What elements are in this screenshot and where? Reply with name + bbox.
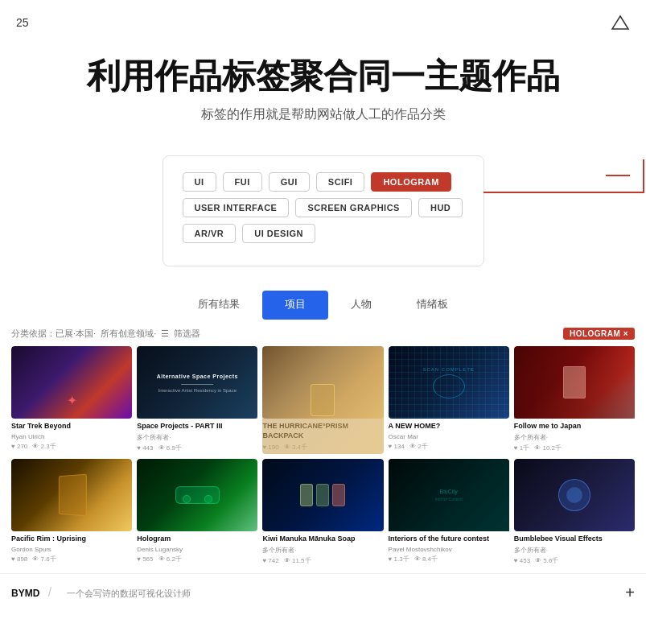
item-author-9: Pavel Mostovshchikov xyxy=(389,546,509,553)
item-meta-4: A NEW HOME? Oscar Mar ♥ 134 👁 2千 xyxy=(389,419,509,452)
thumb-8 xyxy=(262,459,383,531)
views-9: 👁 8.4千 xyxy=(414,555,438,564)
hero-subtitle: 标签的作用就是帮助网站做人工的作品分类 xyxy=(16,106,630,123)
tags-container: UI FUI GUI SCIFI HOLOGRAM USER INTERFACE… xyxy=(163,155,484,266)
tag-ui-design[interactable]: UI DESIGN xyxy=(242,224,315,243)
hologram-active-badge[interactable]: HOLOGRAM × xyxy=(563,328,635,340)
hero-title: 利用作品标签聚合同一主题作品 xyxy=(16,56,630,97)
views-8: 👁 11.5千 xyxy=(284,556,311,565)
item-title-6: Pacific Rim : Uprising xyxy=(11,535,132,544)
item-stats-6: ♥ 898 👁 7.6千 xyxy=(11,555,132,564)
footer-left: BYMD / 一个会写诗的数据可视化设计师 xyxy=(11,585,191,600)
tag-user-interface[interactable]: USER INTERFACE xyxy=(183,198,290,217)
tags-row-2: USER INTERFACE SCREEN GRAPHICS HUD xyxy=(183,198,464,217)
hero-section: 利用作品标签聚合同一主题作品 标签的作用就是帮助网站做人工的作品分类 xyxy=(0,32,646,139)
gallery-item-10[interactable]: Bumblebee Visual Effects 多个所有者· ♥ 453 👁 … xyxy=(514,459,635,567)
filter-icon: ☰ xyxy=(161,328,169,339)
footer-brand: BYMD xyxy=(11,588,39,599)
tag-ui[interactable]: UI xyxy=(183,172,216,192)
tab-all-results[interactable]: 所有结果 xyxy=(175,291,262,320)
likes-6: ♥ 898 xyxy=(11,555,27,563)
item-author-4: Oscar Mar xyxy=(389,433,509,440)
tag-gui[interactable]: GUI xyxy=(269,172,310,192)
tag-hud[interactable]: HUD xyxy=(418,198,463,217)
gallery-item-5[interactable]: Follow me to Japan 多个所有者· ♥ 1千 👁 10.2千 xyxy=(514,346,635,454)
tag-scifi[interactable]: SCIFI xyxy=(316,172,365,192)
footer-plus-button[interactable]: + xyxy=(625,584,635,602)
likes-4: ♥ 134 xyxy=(389,443,405,450)
views-7: 👁 6.2千 xyxy=(158,555,182,564)
item-title-4: A NEW HOME? xyxy=(389,422,509,431)
filter-text1: 分类依据：已展·本国· xyxy=(11,328,96,340)
footer-tagline: 一个会写诗的数据可视化设计师 xyxy=(67,588,191,598)
tags-row-3: AR/VR UI DESIGN xyxy=(183,224,464,243)
tag-screen-graphics[interactable]: SCREEN GRAPHICS xyxy=(295,198,411,217)
tag-arvr[interactable]: AR/VR xyxy=(183,224,237,243)
views-6: 👁 7.6千 xyxy=(32,555,56,564)
item-author-10: 多个所有者· xyxy=(514,546,635,555)
thumb-6 xyxy=(11,459,132,531)
thumb-9: BluCity Interior Contest xyxy=(389,459,509,531)
item-title-8: Kiwi Manuka Mānuka Soap xyxy=(262,535,383,544)
item-author-5: 多个所有者· xyxy=(514,433,635,442)
item-author-7: Denis Lugansky xyxy=(137,546,257,553)
item-meta-2: Space Projects - PART III 多个所有者· ♥ 443 👁… xyxy=(137,419,257,454)
gallery-row-2: Pacific Rim : Uprising Gordon Spurs ♥ 89… xyxy=(0,459,646,567)
item-stats-9: ♥ 1.3千 👁 8.4千 xyxy=(389,555,509,564)
likes-7: ♥ 565 xyxy=(137,555,153,563)
thumb-1: ✦ xyxy=(11,346,132,419)
item-title-9: Interiors of the future contest xyxy=(389,535,509,544)
footer-bar: BYMD / 一个会写诗的数据可视化设计师 + xyxy=(0,573,646,612)
item-stats-2: ♥ 443 👁 6.9千 xyxy=(137,444,257,452)
filter-text3: 筛选器 xyxy=(174,328,200,340)
item-author-8: 多个所有者· xyxy=(262,546,383,555)
item-meta-6: Pacific Rim : Uprising Gordon Spurs ♥ 89… xyxy=(11,531,132,565)
item-meta-9: Interiors of the future contest Pavel Mo… xyxy=(389,531,509,565)
item-stats-8: ♥ 742 👁 11.5千 xyxy=(262,556,383,565)
thumb-7 xyxy=(137,459,257,531)
item-meta-10: Bumblebee Visual Effects 多个所有者· ♥ 453 👁 … xyxy=(514,531,635,567)
gallery-row-1: ✦ Star Trek Beyond Ryan Ulrich ♥ 270 👁 2… xyxy=(0,346,646,454)
tag-fui[interactable]: FUI xyxy=(223,172,262,192)
item-author-2: 多个所有者· xyxy=(137,433,257,442)
item-meta-7: Hologram Denis Lugansky ♥ 565 👁 6.2千 xyxy=(137,531,257,565)
gallery-item-8[interactable]: Kiwi Manuka Mānuka Soap 多个所有者· ♥ 742 👁 1… xyxy=(262,459,383,567)
gallery-item-2[interactable]: Alternative Space Projects Interactive A… xyxy=(137,346,257,454)
gallery-item-6[interactable]: Pacific Rim : Uprising Gordon Spurs ♥ 89… xyxy=(11,459,132,567)
item-stats-7: ♥ 565 👁 6.2千 xyxy=(137,555,257,564)
item-stats-5: ♥ 1千 👁 10.2千 xyxy=(514,444,635,452)
logo-icon xyxy=(611,13,630,32)
svg-marker-0 xyxy=(612,16,628,29)
item-stats-10: ♥ 453 👁 5.6千 xyxy=(514,556,635,565)
item-title-2: Space Projects - PART III xyxy=(137,422,257,431)
item-title-5: Follow me to Japan xyxy=(514,422,635,431)
filter-text2: 所有创意领域· xyxy=(101,328,156,340)
item-meta-5: Follow me to Japan 多个所有者· ♥ 1千 👁 10.2千 xyxy=(514,419,635,454)
filter-info-bar: 分类依据：已展·本国· 所有创意领域· ☰ 筛选器 HOLOGRAM × xyxy=(0,328,646,340)
gallery-item-7[interactable]: Hologram Denis Lugansky ♥ 565 👁 6.2千 xyxy=(137,459,257,567)
thumb-2: Alternative Space Projects Interactive A… xyxy=(137,346,257,419)
likes-9: ♥ 1.3千 xyxy=(389,555,409,564)
connector-line xyxy=(483,192,644,193)
gallery-item-4[interactable]: SCAN COMPLETE A NEW HOME? Oscar Mar ♥ 13… xyxy=(389,346,509,454)
item-stats-4: ♥ 134 👁 2千 xyxy=(389,442,509,451)
views-5: 👁 10.2千 xyxy=(534,444,562,452)
gallery-item-3[interactable]: THE HURRICANE°PRISM BACKPACK ♥ 190 👁 3.4… xyxy=(262,346,383,454)
thumb-4: SCAN COMPLETE xyxy=(389,346,509,419)
gallery-item-9[interactable]: BluCity Interior Contest Interiors of th… xyxy=(389,459,509,567)
tab-moodboard[interactable]: 情绪板 xyxy=(394,291,471,320)
thumb-10 xyxy=(514,459,635,531)
tab-projects[interactable]: 项目 xyxy=(262,291,328,320)
tags-row-1: UI FUI GUI SCIFI HOLOGRAM xyxy=(183,172,464,192)
views-10: 👁 5.6千 xyxy=(535,556,558,565)
tab-people[interactable]: 人物 xyxy=(328,291,394,320)
gallery-item-1[interactable]: ✦ Star Trek Beyond Ryan Ulrich ♥ 270 👁 2… xyxy=(11,346,132,454)
tag-hologram[interactable]: HOLOGRAM xyxy=(371,172,451,192)
views-2: 👁 6.9千 xyxy=(158,444,182,452)
item-meta-8: Kiwi Manuka Mānuka Soap 多个所有者· ♥ 742 👁 1… xyxy=(262,531,383,567)
likes-5: ♥ 1千 xyxy=(514,444,529,452)
item-title-10: Bumblebee Visual Effects xyxy=(514,535,635,544)
connector-right xyxy=(606,175,630,176)
top-bar: 25 xyxy=(0,0,646,32)
item-title-7: Hologram xyxy=(137,535,257,544)
